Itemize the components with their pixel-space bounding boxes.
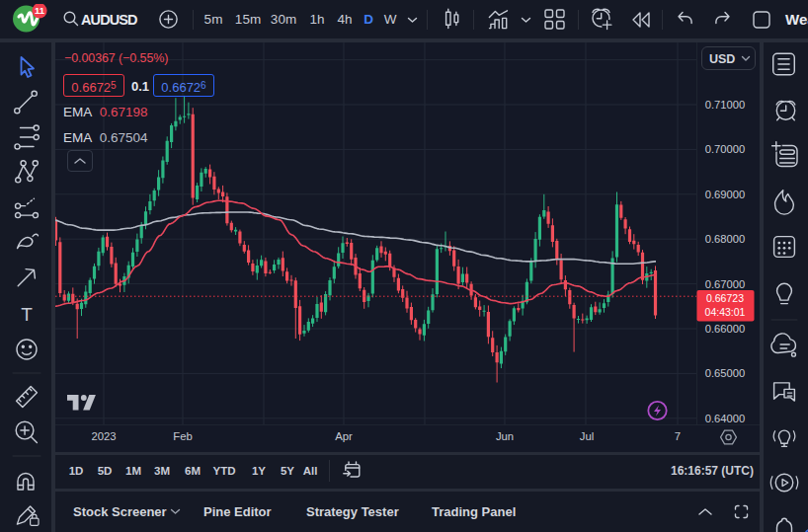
svg-text:T: T <box>21 304 33 325</box>
svg-text:0.66000: 0.66000 <box>705 323 745 335</box>
svg-text:Jul: Jul <box>580 430 594 442</box>
svg-text:0.67000: 0.67000 <box>705 278 745 290</box>
svg-text:0.68000: 0.68000 <box>705 233 745 245</box>
svg-text:11: 11 <box>35 5 45 16</box>
svg-text:0.71000: 0.71000 <box>705 99 745 111</box>
svg-text:0.69000: 0.69000 <box>705 189 745 200</box>
svg-text:Apr: Apr <box>335 430 353 442</box>
svg-text:0.65000: 0.65000 <box>705 367 745 379</box>
svg-text:Feb: Feb <box>173 430 192 442</box>
svg-text:04:43:01: 04:43:01 <box>705 306 746 318</box>
svg-text:Jun: Jun <box>496 430 514 442</box>
svg-text:7: 7 <box>675 430 681 442</box>
svg-text:0.64000: 0.64000 <box>705 413 745 424</box>
svg-text:2023: 2023 <box>91 430 116 442</box>
svg-text:0.66723: 0.66723 <box>706 292 744 304</box>
svg-text:0.70000: 0.70000 <box>705 143 745 155</box>
